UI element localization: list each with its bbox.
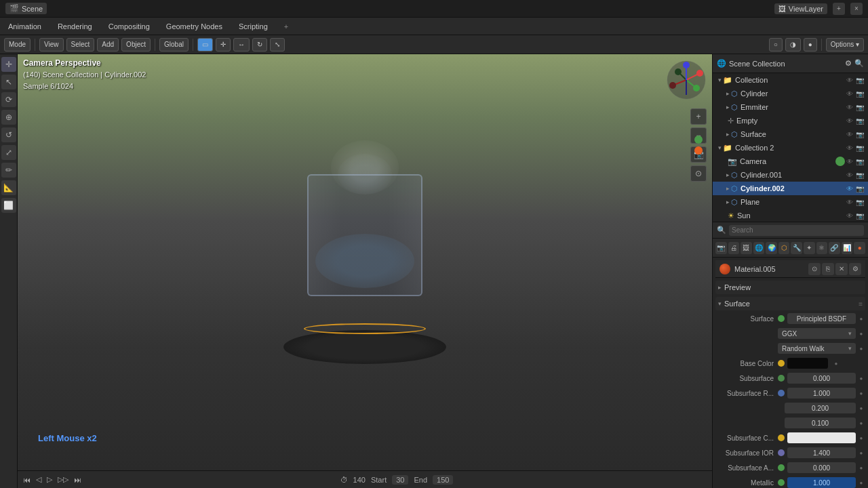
transform-tool[interactable]: ⟳ bbox=[1, 92, 16, 107]
move-tool[interactable]: ⊕ bbox=[1, 110, 16, 125]
mat-copy-btn[interactable]: ⎘ bbox=[822, 263, 834, 275]
subsurface-field[interactable]: 0.000 bbox=[787, 373, 856, 384]
subsurface-a-dot-r[interactable]: ● bbox=[859, 465, 864, 470]
global-selector[interactable]: Global bbox=[159, 38, 189, 52]
dist-dot[interactable]: ● bbox=[859, 331, 864, 336]
move-btn[interactable]: ↔ bbox=[233, 38, 250, 52]
ren-surf[interactable]: 📷 bbox=[854, 131, 865, 138]
ss-method-dot[interactable]: ● bbox=[859, 346, 864, 351]
menu-rendering[interactable]: Rendering bbox=[55, 21, 95, 32]
cursor-tool[interactable]: ✛ bbox=[1, 57, 16, 72]
tl-prev-btn[interactable]: ⏮ bbox=[23, 476, 31, 484]
viewlayer-remove-btn[interactable]: × bbox=[850, 3, 863, 15]
ren-empty[interactable]: 📷 bbox=[854, 117, 865, 125]
scale-btn[interactable]: ⤡ bbox=[270, 38, 285, 52]
distribution-dropdown[interactable]: GGX ▾ bbox=[778, 328, 856, 339]
modifier-tab[interactable]: 🔧 bbox=[791, 242, 802, 254]
metallic-field[interactable]: 1.000 bbox=[787, 477, 856, 488]
vis-empty[interactable]: 👁 bbox=[845, 117, 854, 125]
ren-plane[interactable]: 📷 bbox=[854, 199, 865, 206]
outliner-search-input[interactable] bbox=[729, 225, 864, 236]
ren-em[interactable]: 📷 bbox=[854, 104, 865, 111]
tl-back-btn[interactable]: ◁ bbox=[36, 475, 41, 484]
add-menu[interactable]: Add bbox=[97, 38, 119, 52]
visibility-btn-collection[interactable]: 👁 bbox=[845, 77, 854, 84]
view-layer-tab[interactable]: 🖼 bbox=[741, 242, 752, 254]
tl-next-btn[interactable]: ⏭ bbox=[74, 476, 81, 484]
vis-em[interactable]: 👁 bbox=[845, 104, 854, 111]
tl-fwd-btn[interactable]: ▷▷ bbox=[58, 475, 68, 484]
filter-icon[interactable]: ⚙ bbox=[845, 59, 852, 68]
constraints-tab[interactable]: 🔗 bbox=[829, 242, 840, 254]
surface-shader-field[interactable]: Principled BSDF bbox=[787, 313, 856, 324]
ren-sun[interactable]: 📷 bbox=[854, 212, 865, 220]
cursor-btn[interactable]: ✛ bbox=[216, 38, 231, 52]
add-tool[interactable]: ⬜ bbox=[1, 198, 16, 213]
outliner-item-emmiter[interactable]: ▸ ⬡ Emmiter 👁 📷 bbox=[713, 100, 868, 114]
ren-cyl001[interactable]: 📷 bbox=[854, 171, 865, 179]
subsurface-c-dot-r[interactable]: ● bbox=[859, 435, 864, 441]
vis-cyl001[interactable]: 👁 bbox=[845, 171, 854, 179]
select-box-btn[interactable]: ▭ bbox=[197, 38, 213, 52]
physics-tab[interactable]: ⚛ bbox=[816, 242, 828, 254]
subsurface-r2-dot-r[interactable]: ● bbox=[859, 405, 864, 411]
render-props-tab[interactable]: 📷 bbox=[715, 242, 727, 254]
menu-geometry-nodes[interactable]: Geometry Nodes bbox=[163, 21, 225, 32]
render-btn-collection[interactable]: 📷 bbox=[854, 77, 865, 84]
start-frame[interactable]: 30 bbox=[392, 475, 408, 485]
metallic-dot-r[interactable]: ● bbox=[859, 480, 864, 485]
outliner[interactable]: ▾ 📁 Collection 👁 📷 ▸ ⬡ Cylinder 👁 📷 ▸ ⬡ bbox=[713, 73, 868, 222]
measure-tool[interactable]: 📐 bbox=[1, 180, 16, 195]
material-tab[interactable]: ● bbox=[854, 242, 865, 254]
overlay-btn[interactable]: ⊙ bbox=[690, 165, 707, 182]
mat-settings-btn[interactable]: ⚙ bbox=[849, 263, 861, 275]
end-frame[interactable]: 150 bbox=[433, 475, 453, 485]
viewport[interactable]: Camera Perspective (140) Scene Collectio… bbox=[18, 54, 712, 470]
vis-cyl002[interactable]: 👁 bbox=[845, 185, 854, 192]
outliner-item-empty[interactable]: ✛ Empty 👁 📷 bbox=[713, 114, 868, 127]
menu-compositing[interactable]: Compositing bbox=[106, 21, 153, 32]
base-color-dot-r[interactable]: ● bbox=[833, 361, 839, 366]
scene-tab[interactable]: 🌐 bbox=[753, 242, 765, 254]
subsurface-r3-field[interactable]: 0.100 bbox=[785, 418, 856, 428]
subsurface-ior-dot-r[interactable]: ● bbox=[859, 450, 864, 455]
subsurface-r1-field[interactable]: 1.000 bbox=[787, 388, 856, 399]
outliner-item-plane[interactable]: ▸ ⬡ Plane 👁 📷 bbox=[713, 195, 868, 209]
outliner-item-collection[interactable]: ▾ 📁 Collection 👁 📷 bbox=[713, 73, 868, 87]
viewport-shading-material[interactable]: ◑ bbox=[785, 38, 801, 52]
preview-header[interactable]: ▸ Preview bbox=[715, 281, 865, 294]
base-color-swatch[interactable] bbox=[787, 358, 828, 369]
mat-delete-btn[interactable]: ✕ bbox=[835, 263, 848, 275]
vis-cyl[interactable]: 👁 bbox=[845, 90, 854, 98]
select-tool[interactable]: ↖ bbox=[1, 75, 16, 89]
output-props-tab[interactable]: 🖨 bbox=[728, 242, 740, 254]
subsurface-ior-field[interactable]: 1.400 bbox=[787, 447, 856, 458]
select-menu[interactable]: Select bbox=[66, 38, 95, 52]
outliner-item-cylinder002[interactable]: ▸ ⬡ Cylinder.002 👁 📷 bbox=[713, 182, 868, 195]
surface-menu[interactable]: ≡ bbox=[859, 300, 863, 308]
viewlayer-add-btn[interactable]: + bbox=[833, 3, 845, 15]
mode-selector[interactable]: Mode bbox=[4, 38, 31, 52]
surface-header[interactable]: ▾ Surface ≡ bbox=[715, 297, 865, 310]
outliner-item-camera[interactable]: 📷 Camera 👁 📷 bbox=[713, 155, 868, 168]
rotate-btn[interactable]: ↻ bbox=[252, 38, 267, 52]
annotate-tool[interactable]: ✏ bbox=[1, 163, 16, 178]
viewport-shading-rendered[interactable]: ● bbox=[804, 38, 817, 52]
outliner-item-surface[interactable]: ▸ ⬡ Surface 👁 📷 bbox=[713, 127, 868, 141]
subsurface-dot-r[interactable]: ● bbox=[859, 375, 864, 381]
scale-tool[interactable]: ⤢ bbox=[1, 145, 16, 160]
options-btn[interactable]: Options ▾ bbox=[826, 38, 864, 52]
subsurface-a-field[interactable]: 0.000 bbox=[787, 462, 856, 473]
object-menu[interactable]: Object bbox=[121, 38, 151, 52]
particle-tab[interactable]: ✦ bbox=[804, 242, 815, 254]
subsurface-r-dot-r[interactable]: ● bbox=[859, 390, 864, 396]
subsurface-r2-field[interactable]: 0.200 bbox=[785, 403, 856, 413]
vis-col2[interactable]: 👁 bbox=[845, 144, 854, 152]
ren-col2[interactable]: 📷 bbox=[854, 144, 865, 152]
outliner-item-cylinder[interactable]: ▸ ⬡ Cylinder 👁 📷 bbox=[713, 87, 868, 100]
search-btn[interactable]: 🔍 bbox=[854, 59, 864, 68]
ren-cam[interactable]: 📷 bbox=[854, 158, 865, 165]
outliner-item-sun[interactable]: ☀ Sun 👁 📷 bbox=[713, 209, 868, 222]
outliner-item-cylinder001[interactable]: ▸ ⬡ Cylinder.001 👁 📷 bbox=[713, 168, 868, 182]
ss-method-dropdown[interactable]: Random Walk ▾ bbox=[778, 343, 856, 354]
